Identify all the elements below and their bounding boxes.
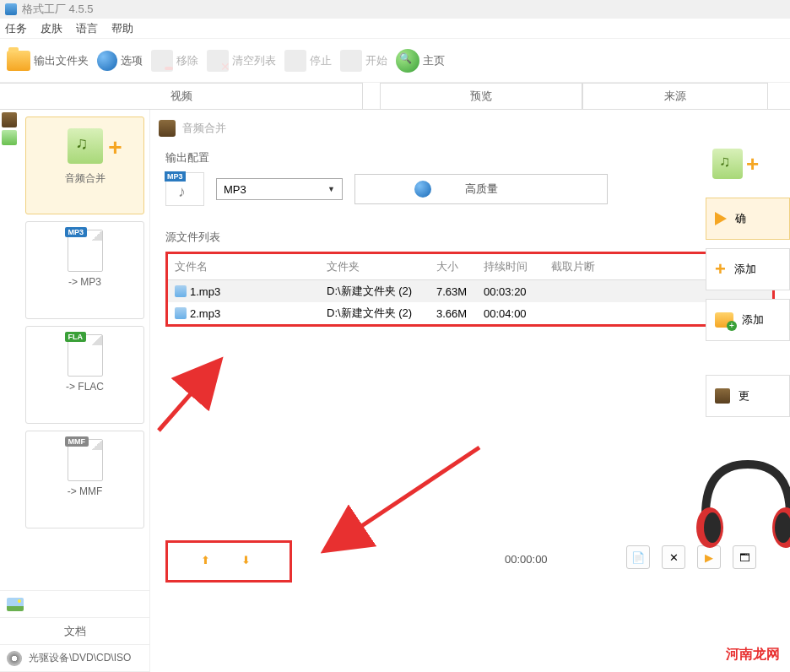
folder-plus-icon: [715, 312, 733, 328]
stop-button[interactable]: 停止: [284, 50, 332, 72]
annotation-arrow-icon: [150, 338, 370, 439]
start-icon: [340, 50, 362, 72]
music-icon: [68, 128, 103, 164]
dialog-title: 音频合并: [182, 121, 226, 136]
file-row-icon: [175, 285, 187, 297]
add-file-button[interactable]: + 添加: [706, 248, 790, 290]
change-button[interactable]: 更: [706, 375, 790, 417]
format-mmf[interactable]: MMF -> MMF: [25, 431, 144, 528]
content-area: 音频合并 输出配置 MP3 高质量 源文件列表 文件名 文件夹 大小: [150, 110, 790, 672]
format-badge-icon: [165, 172, 204, 206]
nav-picture[interactable]: [0, 591, 149, 618]
total-duration: 00:00:00: [505, 553, 548, 566]
folder-icon: [7, 51, 30, 71]
plus-icon: +: [746, 151, 759, 177]
table-row[interactable]: 2.mp3 D:\新建文件夹 (2) 3.66M 00:04:00: [168, 302, 772, 324]
play-icon: [715, 212, 727, 225]
dialog-icon: [159, 120, 176, 137]
stop-icon: [284, 50, 306, 72]
remove-button[interactable]: 移除: [151, 50, 198, 72]
output-folder-button[interactable]: 输出文件夹: [7, 51, 89, 71]
options-button[interactable]: 选项: [97, 51, 143, 71]
file-row-icon: [175, 307, 187, 319]
sidebar: + 音频合并 MP3 -> MP3 FLA -> FLAC MMF: [0, 110, 150, 672]
app-title: 格式工厂 4.5.5: [22, 2, 94, 17]
toolbar: 输出文件夹 选项 移除 清空列表 停止 开始 主页: [0, 39, 790, 83]
ok-button[interactable]: 确: [706, 198, 790, 240]
music-icon: [712, 149, 743, 179]
plus-icon: +: [108, 134, 122, 161]
move-down-button[interactable]: ⬇: [241, 554, 257, 569]
watermark: 河南龙网: [726, 646, 780, 664]
home-icon: [396, 49, 419, 73]
menu-skin[interactable]: 皮肤: [41, 21, 62, 36]
remove-file-button[interactable]: 📄: [626, 545, 650, 569]
format-flac[interactable]: FLA -> FLAC: [25, 326, 144, 424]
quality-button[interactable]: 高质量: [354, 174, 608, 204]
table-row[interactable]: 1.mp3 D:\新建文件夹 (2) 7.63M 00:03:20: [168, 280, 772, 302]
format-dropdown[interactable]: MP3: [216, 178, 343, 200]
file-icon: MMF: [68, 439, 103, 481]
move-up-button[interactable]: ⬆: [201, 554, 216, 569]
move-buttons-highlight: ⬆ ⬇: [165, 540, 292, 583]
plus-icon: +: [715, 258, 726, 280]
annotation-arrow-icon: [277, 439, 496, 574]
nav-disc[interactable]: 光驱设备\DVD\CD\ISO: [0, 645, 149, 672]
output-config-label: 输出配置: [165, 150, 790, 165]
start-button[interactable]: 开始: [340, 50, 387, 72]
clear-button[interactable]: 清空列表: [207, 50, 276, 72]
options-icon: [97, 51, 117, 71]
tab-bar: 视频 预览 来源: [0, 83, 790, 110]
file-table: 文件名 文件夹 大小 持续时间 截取片断 1.mp3 D:\新建文件夹 (2) …: [165, 252, 775, 327]
audio-category-icon[interactable]: [2, 130, 17, 145]
app-icon: [5, 3, 17, 15]
svg-point-4: [704, 512, 721, 543]
svg-line-1: [327, 447, 479, 549]
headphones-image: [689, 439, 790, 557]
nav-document[interactable]: 文档: [0, 618, 149, 645]
menu-help[interactable]: 帮助: [111, 21, 133, 36]
tab-source[interactable]: 来源: [582, 83, 768, 109]
clear-icon: [207, 50, 229, 72]
title-bar: 格式工厂 4.5.5: [0, 0, 790, 19]
format-audio-merge[interactable]: + 音频合并: [25, 117, 144, 214]
menu-bar: 任务 皮肤 语言 帮助: [0, 19, 790, 39]
tab-video[interactable]: 视频: [0, 83, 363, 109]
quality-icon: [414, 181, 431, 198]
add-folder-button[interactable]: 添加: [706, 299, 790, 341]
picture-icon: [7, 598, 24, 611]
audio-merge-dialog: 音频合并 输出配置 MP3 高质量 源文件列表 文件名 文件夹 大小: [150, 118, 790, 327]
menu-task[interactable]: 任务: [5, 21, 27, 36]
menu-lang[interactable]: 语言: [76, 21, 98, 36]
file-icon: FLA: [68, 334, 103, 377]
table-header: 文件名 文件夹 大小 持续时间 截取片断: [168, 254, 772, 280]
film-icon: [715, 388, 730, 404]
home-button[interactable]: 主页: [396, 49, 445, 73]
tab-preview[interactable]: 预览: [380, 83, 582, 109]
format-mp3[interactable]: MP3 -> MP3: [25, 221, 144, 319]
source-list-label: 源文件列表: [165, 230, 790, 245]
file-icon: MP3: [68, 230, 103, 272]
remove-icon: [151, 50, 173, 72]
right-panel: + 确 + 添加 添加 更: [706, 138, 790, 417]
delete-file-button[interactable]: ✕: [662, 545, 685, 569]
svg-line-0: [159, 363, 218, 431]
video-category-icon[interactable]: [2, 112, 17, 127]
